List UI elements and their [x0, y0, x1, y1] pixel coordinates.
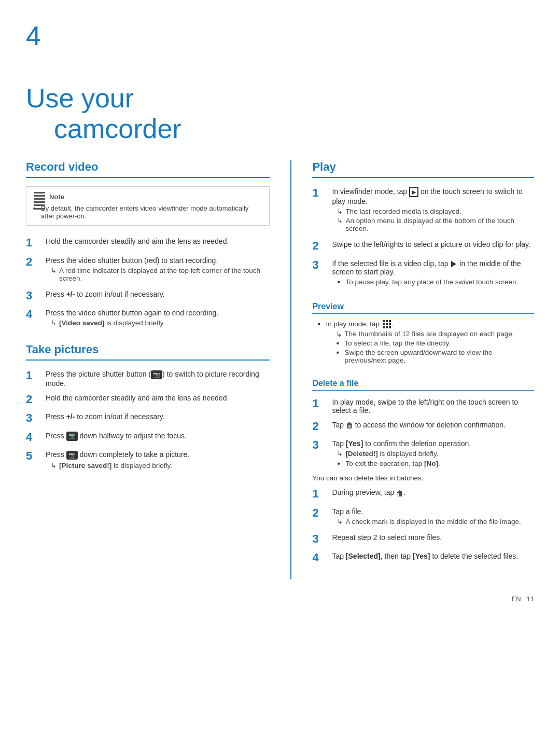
step-rv-1-text: Hold the camcorder steadily and aim the … — [46, 237, 229, 245]
step-play-1-bullet-1: The last recorded media is displayed. — [337, 208, 534, 215]
svg-rect-0 — [34, 198, 45, 200]
step-batch-3: 3 Repeat step 2 to select more files. — [312, 532, 534, 546]
chapter-number-word: 4 Use your — [26, 21, 534, 114]
svg-rect-1 — [34, 201, 45, 203]
take-pictures-title: Take pictures — [26, 343, 270, 361]
note-item: By default, the camcorder enters video v… — [41, 204, 262, 220]
step-del-3-dot-bullets: To exit the operation, tap [No]. — [332, 460, 534, 467]
preview-intro: In play mode, tap . The t — [317, 320, 534, 364]
step-play-3-bullet-1: To pause play, tap any place of the swiv… — [337, 278, 534, 286]
step-play-3-text: If the selected file is a video clip, ta… — [332, 259, 521, 276]
left-column: Record video Note — [26, 160, 270, 579]
svg-rect-2 — [34, 204, 45, 206]
note-icon — [34, 192, 45, 201]
chapter-title: 4 Use your camcorder — [26, 21, 534, 145]
step-tp-5-bullet-1: [Picture saved!] is displayed briefly. — [51, 462, 270, 469]
delete-steps: 1 In play mode, swipe to the left/right … — [312, 397, 534, 469]
chapter-title-line2: camcorder — [26, 114, 534, 145]
step-rv-2-bullet-1: A red time indicator is displayed at the… — [51, 267, 270, 282]
step-tp-2: 2 Hold the camcorder steadily and aim th… — [26, 393, 270, 406]
take-pictures-steps: 1 Press the picture shutter button (📷) t… — [26, 369, 270, 471]
step-rv-3: 3 Press +/- to zoom in/out if necessary. — [26, 289, 270, 302]
two-column-layout: Record video Note — [26, 160, 534, 579]
delete-file-section: Delete a file 1 In play mode, swipe to t… — [312, 379, 534, 565]
camera-icon-2: 📷 — [66, 432, 78, 440]
step-rv-2: 2 Press the video shutter button (red) t… — [26, 255, 270, 284]
step-batch-1-text: During preview, tap 🗑. — [332, 488, 405, 496]
step-tp-5-bullets: [Picture saved!] is displayed briefly. — [46, 462, 270, 469]
note-label: Note — [49, 193, 64, 201]
play-steps: 1 In viewfinder mode, tap ▶ on the touch… — [312, 186, 534, 287]
page-footer: EN 11 — [26, 595, 534, 603]
preview-sub-dot-2: Swipe the screen upward/downward to view… — [336, 349, 534, 364]
step-play-3-bullets: To pause play, tap any place of the swiv… — [332, 278, 534, 286]
step-batch-3-text: Repeat step 2 to select more files. — [332, 533, 442, 542]
camera-icon-1: 📷 — [151, 370, 162, 379]
step-tp-1: 1 Press the picture shutter button (📷) t… — [26, 369, 270, 388]
preview-sub-arrow-1: The thumbnails of 12 files are displayed… — [336, 330, 534, 338]
preview-sub-list: The thumbnails of 12 files are displayed… — [326, 330, 534, 364]
note-box: Note By default, the camcorder enters vi… — [26, 186, 270, 226]
step-del-2: 2 Tap 🗑 to access the window for deletio… — [312, 420, 534, 433]
step-play-2: 2 Swipe to the left/rights to select a p… — [312, 239, 534, 253]
step-rv-4: 4 Press the video shutter button again t… — [26, 308, 270, 328]
preview-content: In play mode, tap . The t — [312, 320, 534, 364]
step-batch-2-bullet-1: A check mark is displayed in the middle … — [337, 518, 534, 525]
batch-delete-steps: 1 During preview, tap 🗑. 2 Tap a file. A… — [312, 487, 534, 564]
step-rv-1: 1 Hold the camcorder steadily and aim th… — [26, 236, 270, 250]
step-rv-2-text: Press the video shutter button (red) to … — [46, 256, 218, 265]
step-batch-2-text: Tap a file. — [332, 507, 363, 516]
step-del-3: 3 Tap [Yes] to confirm the deletion oper… — [312, 438, 534, 469]
step-batch-4-text: Tap [Selected], then tap [Yes] to delete… — [332, 552, 518, 560]
step-tp-1-text: Press the picture shutter button (📷) to … — [46, 370, 259, 388]
play-title: Play — [312, 160, 534, 178]
footer-page: 11 — [527, 595, 534, 603]
note-content: By default, the camcorder enters video v… — [34, 204, 262, 220]
step-play-2-text: Swipe to the left/rights to select a pic… — [332, 240, 530, 248]
delete-file-title: Delete a file — [312, 379, 534, 391]
take-pictures-section: Take pictures 1 Press the picture shutte… — [26, 343, 270, 471]
step-batch-1: 1 During preview, tap 🗑. — [312, 487, 534, 501]
step-rv-4-bullet-1: [Video saved] is displayed briefly. — [51, 319, 270, 327]
step-play-1: 1 In viewfinder mode, tap ▶ on the touch… — [312, 186, 534, 234]
trash-icon-1: 🗑 — [346, 421, 353, 430]
preview-section: Preview In play mode, tap — [312, 302, 534, 364]
step-tp-4: 4 Press 📷 down halfway to adjust the foc… — [26, 431, 270, 444]
page-container: 4 Use your camcorder Record video — [26, 21, 534, 603]
step-batch-2: 2 Tap a file. A check mark is displayed … — [312, 506, 534, 527]
record-video-steps: 1 Hold the camcorder steadily and aim th… — [26, 236, 270, 328]
step-del-1: 1 In play mode, swipe to the left/right … — [312, 397, 534, 414]
step-rv-3-text: Press +/- to zoom in/out if necessary. — [46, 290, 165, 298]
step-del-3-arrow-1: [Deleted!] is displayed briefly. — [337, 450, 534, 458]
step-del-3-arrow-bullets: [Deleted!] is displayed briefly. — [332, 450, 534, 458]
step-tp-3: 3 Press +/- to zoom in/out if necessary. — [26, 411, 270, 425]
play-button-icon: ▶ — [409, 187, 418, 197]
trash-icon-2: 🗑 — [396, 489, 403, 497]
step-rv-4-bullets: [Video saved] is displayed briefly. — [46, 319, 270, 327]
step-del-3-dot-1: To exit the operation, tap [No]. — [337, 460, 534, 467]
record-video-title: Record video — [26, 160, 270, 178]
step-batch-4: 4 Tap [Selected], then tap [Yes] to dele… — [312, 551, 534, 564]
step-play-1-bullet-2: An option menu is displayed at the botto… — [337, 217, 534, 232]
step-play-1-text: In viewfinder mode, tap ▶ on the touch s… — [332, 187, 522, 205]
step-batch-2-bullets: A check mark is displayed in the middle … — [332, 518, 534, 525]
step-del-3-text: Tap [Yes] to confirm the deletion operat… — [332, 439, 471, 448]
step-rv-4-text: Press the video shutter button again to … — [46, 309, 218, 317]
right-column: Play 1 In viewfinder mode, tap ▶ on the … — [290, 160, 534, 579]
step-tp-5-text: Press 📷 down completely to take a pictur… — [46, 450, 189, 459]
preview-title: Preview — [312, 302, 534, 314]
step-del-1-text: In play mode, swipe to the left/right on… — [332, 398, 518, 414]
step-rv-2-bullets: A red time indicator is displayed at the… — [46, 267, 270, 282]
step-play-1-bullets: The last recorded media is displayed. An… — [332, 208, 534, 232]
step-tp-2-text: Hold the camcorder steadily and aim the … — [46, 394, 229, 402]
record-video-section: Record video Note — [26, 160, 270, 328]
step-tp-5: 5 Press 📷 down completely to take a pict… — [26, 449, 270, 471]
camera-icon-3: 📷 — [66, 451, 78, 460]
play-section: Play 1 In viewfinder mode, tap ▶ on the … — [312, 160, 534, 287]
step-del-2-text: Tap 🗑 to access the window for deletion … — [332, 421, 506, 429]
grid-icon — [383, 320, 391, 328]
batch-delete-intro: You can also delete files in batches. — [312, 474, 534, 482]
note-header: Note — [34, 192, 262, 201]
preview-sub-dot-1: To select a file, tap the file directly. — [336, 339, 534, 347]
step-play-3: 3 If the selected file is a video clip, … — [312, 258, 534, 287]
